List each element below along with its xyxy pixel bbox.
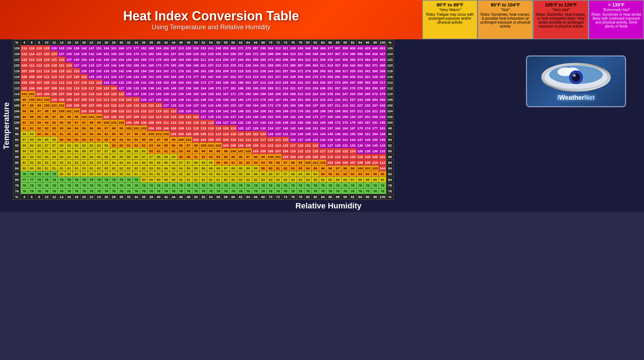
cell-118-78: 271 — [297, 68, 304, 74]
cell-100-94: 183 — [356, 120, 364, 125]
cell-106-84: 202 — [319, 103, 327, 108]
cell-118-4: 107 — [20, 68, 28, 74]
cell-116-68: 225 — [259, 74, 267, 80]
cell-100-82: 162 — [312, 120, 319, 125]
cell-102-56: 132 — [215, 114, 222, 120]
cell-110-82: 224 — [312, 91, 319, 97]
cell-120-64: 238 — [244, 63, 252, 68]
cell-114-64: 201 — [244, 80, 252, 85]
cell-82-92: 93 — [349, 171, 356, 177]
cell-94-4: 87 — [20, 137, 28, 143]
cell-120-84: 311 — [319, 63, 327, 68]
cell-108-6: 100 — [28, 97, 35, 103]
cell-102-90: 189 — [341, 114, 349, 120]
row-header-114: 114 — [13, 80, 21, 85]
cell-76-98: 76 — [371, 188, 379, 194]
cell-88-88: 112 — [334, 154, 341, 160]
cell-112-90: 263 — [341, 85, 349, 91]
cell-80-10: 78 — [43, 177, 50, 183]
cell-106-80: 193 — [304, 103, 312, 108]
cell-76-16: 76 — [65, 188, 73, 194]
cell-100-24: 99 — [95, 120, 103, 125]
cell-96-94: 158 — [356, 131, 364, 137]
cell-94-96: 149 — [364, 137, 371, 143]
cell-114-70: 218 — [267, 80, 274, 85]
cell-126-10: 123 — [43, 45, 50, 51]
cell-88-32: 86 — [125, 154, 132, 160]
cell-88-28: 85 — [110, 154, 118, 160]
cell-126-38: 188 — [147, 45, 155, 51]
cell-110-22: 114 — [88, 91, 95, 97]
cell-102-94: 197 — [356, 114, 364, 120]
row-header-end-112: 112 — [386, 85, 394, 91]
cell-78-36: 78 — [140, 183, 147, 188]
cell-104-94: 211 — [356, 108, 364, 114]
cell-106-12: 101 — [50, 103, 58, 108]
cell-94-40: 97 — [155, 137, 162, 143]
cell-78-16: 78 — [65, 183, 73, 188]
cell-114-16: 114 — [65, 80, 73, 85]
cell-102-64: 143 — [244, 114, 252, 120]
cell-110-18: 110 — [73, 91, 80, 97]
cell-116-66: 219 — [252, 74, 259, 80]
cell-84-16: 81 — [65, 166, 73, 171]
cell-92-62: 106 — [237, 143, 244, 148]
cell-116-80: 263 — [304, 74, 312, 80]
cell-94-14: 90 — [58, 137, 65, 143]
cell-112-100: 297 — [379, 85, 386, 91]
cell-90-98: 130 — [371, 148, 379, 154]
cell-90-32: 88 — [125, 148, 132, 154]
cell-104-18: 102 — [73, 108, 80, 114]
cell-84-80: 94 — [304, 166, 312, 171]
cell-86-16: 83 — [65, 160, 73, 166]
cell-92-84: 125 — [319, 143, 327, 148]
cell-102-34: 109 — [132, 114, 140, 120]
cell-110-90: 247 — [341, 91, 349, 97]
cell-96-50: 108 — [192, 131, 200, 137]
cell-122-100: 403 — [379, 57, 386, 63]
cell-78-92: 78 — [349, 183, 356, 188]
cell-112-82: 239 — [312, 85, 319, 91]
cell-112-14: 110 — [58, 85, 65, 91]
cell-108-52: 148 — [200, 97, 207, 103]
cell-98-6: 91 — [28, 125, 35, 131]
cell-84-38: 83 — [147, 166, 155, 171]
cell-124-20: 138 — [80, 51, 88, 57]
cell-118-66: 231 — [252, 68, 259, 74]
row-header-end-90: 90 — [386, 148, 394, 154]
cell-88-50: 91 — [192, 154, 200, 160]
cell-112-22: 117 — [88, 85, 95, 91]
cell-100-22: 98 — [88, 120, 95, 125]
cell-76-68: 76 — [259, 188, 267, 194]
row-header-90: 90 — [13, 148, 21, 154]
cell-94-80: 129 — [304, 137, 312, 143]
cell-84-14: 81 — [58, 166, 65, 171]
cell-126-92: 408 — [349, 45, 356, 51]
cell-110-26: 118 — [103, 91, 110, 97]
cell-102-50: 124 — [192, 114, 200, 120]
cell-110-94: 259 — [356, 91, 364, 97]
cell-78-68: 78 — [259, 183, 267, 188]
cell-114-90: 280 — [341, 80, 349, 85]
cell-90-60: 100 — [229, 148, 237, 154]
cell-102-60: 137 — [229, 114, 237, 120]
cell-106-82: 197 — [312, 103, 319, 108]
cell-108-28: 116 — [110, 97, 118, 103]
cell-84-48: 85 — [185, 166, 192, 171]
cell-84-40: 83 — [155, 166, 162, 171]
cell-86-84: 102 — [319, 160, 327, 166]
cell-112-24: 120 — [95, 85, 103, 91]
cell-122-92: 365 — [349, 57, 356, 63]
cell-96-68: 124 — [259, 131, 267, 137]
cell-104-44: 123 — [170, 108, 177, 114]
cell-102-14: 98 — [58, 114, 65, 120]
cell-108-32: 120 — [125, 97, 132, 103]
cell-110-58: 167 — [222, 91, 230, 97]
cell-80-36: 80 — [140, 177, 147, 183]
cell-112-92: 270 — [349, 85, 356, 91]
cell-110-52: 156 — [200, 91, 207, 97]
cell-110-36: 130 — [140, 91, 147, 97]
cell-102-88: 184 — [334, 114, 341, 120]
cell-106-20: 106 — [80, 103, 88, 108]
cell-86-54: 89 — [207, 160, 215, 166]
